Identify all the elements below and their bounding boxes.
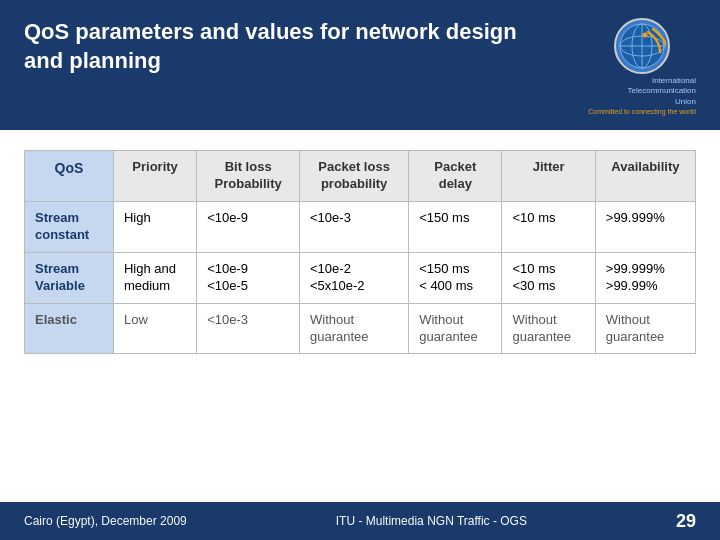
col-header-priority: Priority <box>113 151 196 202</box>
table-row: Elastic Low <10e-3 Without guarantee Wit… <box>25 303 696 354</box>
cell-qos-stream-constant: Stream constant <box>25 202 114 253</box>
logo-svg <box>618 22 666 70</box>
table-row: Stream constant High <10e-9 <10e-3 <150 … <box>25 202 696 253</box>
page: QoS parameters and values for network de… <box>0 0 720 540</box>
cell-availability-stream-variable: >99.999% >99.99% <box>595 252 695 303</box>
cell-jitter-elastic: Without guarantee <box>502 303 595 354</box>
logo-area: International Telecommunication Union Co… <box>588 18 696 116</box>
col-header-bit-loss: Bit loss Probability <box>197 151 300 202</box>
col-header-qos: QoS <box>25 151 114 202</box>
footer: Cairo (Egypt), December 2009 ITU - Multi… <box>0 502 720 540</box>
svg-point-5 <box>643 33 648 38</box>
header: QoS parameters and values for network de… <box>0 0 720 130</box>
col-header-availability: Availability <box>595 151 695 202</box>
cell-availability-stream-constant: >99.999% <box>595 202 695 253</box>
cell-priority-stream-variable: High and medium <box>113 252 196 303</box>
cell-packet-delay-elastic: Without guarantee <box>409 303 502 354</box>
cell-bit-loss-stream-constant: <10e-9 <box>197 202 300 253</box>
cell-bit-loss-stream-variable: <10e-9 <10e-5 <box>197 252 300 303</box>
qos-table: QoS Priority Bit loss Probability Packet… <box>24 150 696 354</box>
table-header-row: QoS Priority Bit loss Probability Packet… <box>25 151 696 202</box>
cell-qos-stream-variable: Stream Variable <box>25 252 114 303</box>
cell-jitter-stream-variable: <10 ms <30 ms <box>502 252 595 303</box>
page-number: 29 <box>676 511 696 532</box>
logo-text: International Telecommunication Union Co… <box>588 76 696 116</box>
cell-bit-loss-elastic: <10e-3 <box>197 303 300 354</box>
footer-title: ITU - Multimedia NGN Traffic - OGS <box>336 514 527 528</box>
table-row: Stream Variable High and medium <10e-9 <… <box>25 252 696 303</box>
cell-packet-loss-stream-variable: <10e-2 <5x10e-2 <box>300 252 409 303</box>
cell-priority-elastic: Low <box>113 303 196 354</box>
cell-packet-delay-stream-constant: <150 ms <box>409 202 502 253</box>
cell-jitter-stream-constant: <10 ms <box>502 202 595 253</box>
cell-packet-delay-stream-variable: <150 ms < 400 ms <box>409 252 502 303</box>
page-title: QoS parameters and values for network de… <box>24 18 524 75</box>
cell-qos-elastic: Elastic <box>25 303 114 354</box>
col-header-jitter: Jitter <box>502 151 595 202</box>
col-header-packet-loss: Packet loss probability <box>300 151 409 202</box>
itu-logo <box>614 18 670 74</box>
table-container: QoS Priority Bit loss Probability Packet… <box>0 130 720 364</box>
cell-packet-loss-stream-constant: <10e-3 <box>300 202 409 253</box>
cell-priority-stream-constant: High <box>113 202 196 253</box>
cell-packet-loss-elastic: Without guarantee <box>300 303 409 354</box>
col-header-packet-delay: Packet delay <box>409 151 502 202</box>
footer-location: Cairo (Egypt), December 2009 <box>24 514 187 528</box>
cell-availability-elastic: Without guarantee <box>595 303 695 354</box>
